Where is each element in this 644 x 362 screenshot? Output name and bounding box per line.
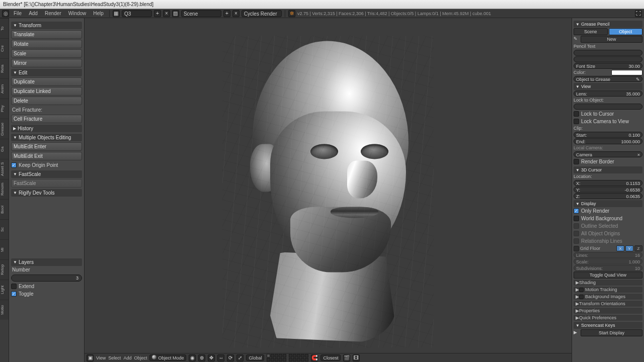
pivot-icon[interactable]: ⊕ bbox=[198, 354, 205, 361]
layout-add-icon[interactable]: + bbox=[154, 10, 161, 17]
clip-start-field[interactable]: Start:0.100 bbox=[574, 132, 642, 138]
menu-help[interactable]: Help bbox=[91, 11, 106, 16]
lines-field[interactable]: Lines:16 bbox=[574, 252, 642, 258]
panel-view[interactable]: ▼View bbox=[574, 83, 642, 90]
engine-dropdown[interactable]: Cycles Render bbox=[242, 10, 282, 17]
orientation-dropdown[interactable]: Global bbox=[246, 354, 264, 361]
side-tab[interactable]: Grease bbox=[0, 119, 9, 139]
side-tab[interactable]: Bool bbox=[0, 199, 9, 219]
side-tab[interactable]: Anim bbox=[0, 78, 9, 99]
duplicate-linked-button[interactable]: Duplicate Linked bbox=[11, 87, 82, 96]
side-tab[interactable]: To bbox=[0, 18, 9, 38]
gp-scene-button[interactable]: Scene bbox=[574, 28, 608, 35]
snap-dropdown[interactable]: Closest bbox=[320, 354, 341, 361]
panel-display[interactable]: ▼Display bbox=[574, 200, 642, 207]
panel-shading[interactable]: ▶ Shading bbox=[574, 280, 642, 286]
side-tab[interactable]: Mi bbox=[0, 239, 9, 259]
shading-icon[interactable]: ◉ bbox=[189, 354, 196, 361]
manipulator-translate-icon[interactable]: ↔ bbox=[217, 354, 224, 361]
panel-fastscale[interactable]: ▼FastScale bbox=[11, 170, 82, 178]
grid-scale-field[interactable]: Scale:1.000 bbox=[574, 258, 642, 264]
panel-rigify[interactable]: ▼Rigify Dev Tools bbox=[11, 189, 82, 197]
menu-add[interactable]: Add bbox=[26, 11, 40, 16]
manipulator-icon[interactable]: ✥ bbox=[208, 354, 215, 361]
layer-buttons[interactable] bbox=[267, 354, 308, 361]
side-tab[interactable]: Ga bbox=[0, 139, 9, 159]
mirror-button[interactable]: Mirror bbox=[11, 59, 82, 67]
render-anim-icon[interactable]: 🎞 bbox=[353, 354, 360, 361]
only-render-check[interactable]: Only Render bbox=[574, 207, 642, 215]
delete-button[interactable]: Delete bbox=[11, 97, 82, 105]
panel-3d-cursor[interactable]: ▼3D Cursor bbox=[574, 166, 642, 173]
layout-dropdown[interactable]: Q3 bbox=[122, 10, 152, 17]
scene-add-icon[interactable]: + bbox=[223, 10, 230, 17]
gp-object-button[interactable]: Object bbox=[609, 28, 643, 35]
outline-check[interactable]: Outline Selected bbox=[574, 222, 642, 230]
duplicate-button[interactable]: Duplicate bbox=[11, 77, 82, 86]
side-tab[interactable]: Renom bbox=[0, 179, 9, 199]
cursor-z[interactable]: Z:0.0635 bbox=[574, 193, 642, 199]
panel-properties[interactable]: ▶ Properties bbox=[574, 308, 642, 314]
panel-multiedit[interactable]: ▼Multiple Objects Editing bbox=[11, 134, 82, 141]
multiedit-exit-button[interactable]: MultiEdit Exit bbox=[11, 152, 82, 160]
keep-origin-checkbox[interactable]: Keep Origin Point bbox=[11, 161, 82, 169]
rel-lines-check[interactable]: Relationship Lines bbox=[574, 237, 642, 245]
layout-del-icon[interactable]: × bbox=[163, 10, 170, 17]
font-size-field[interactable]: Font Size30.00 bbox=[574, 63, 642, 69]
menu-render[interactable]: Render bbox=[42, 11, 64, 16]
object-to-grease[interactable]: Object to Grease✎ bbox=[574, 76, 642, 82]
pencil-icon[interactable]: ✎ bbox=[574, 36, 580, 42]
cursor-y[interactable]: Y:-0.6538 bbox=[574, 187, 642, 193]
axis-z[interactable]: Z bbox=[634, 245, 642, 251]
menu-window[interactable]: Window bbox=[66, 11, 89, 16]
editor-type-icon[interactable]: ▣ bbox=[87, 354, 94, 361]
vb-object[interactable]: Object bbox=[134, 355, 147, 360]
layers-number-field[interactable]: 3 bbox=[11, 275, 82, 282]
world-bg-check[interactable]: World Background bbox=[574, 215, 642, 222]
side-tab[interactable]: Cre bbox=[0, 38, 9, 58]
blender-icon[interactable]: ✲ bbox=[288, 10, 295, 17]
side-tab[interactable]: Light bbox=[0, 280, 9, 300]
fastscale-button[interactable]: FastScale bbox=[11, 179, 82, 188]
panel-edit[interactable]: ▼Edit bbox=[11, 69, 82, 76]
snap-toggle-icon[interactable]: 🧲 bbox=[311, 354, 318, 361]
manipulator-rotate-icon[interactable]: ⟳ bbox=[227, 354, 234, 361]
lock-camera-check[interactable]: Lock Camera to View bbox=[574, 118, 642, 125]
color-swatch[interactable] bbox=[611, 70, 642, 75]
panel-layers[interactable]: ▼Layers bbox=[11, 258, 82, 266]
panel-bg-images[interactable]: ▶ Background Images bbox=[574, 294, 642, 300]
extend-checkbox[interactable]: Extend bbox=[11, 283, 82, 290]
gp-new-button[interactable]: New bbox=[581, 36, 642, 43]
cursor-x[interactable]: X:0.1153 bbox=[574, 180, 642, 186]
toggle-quad-button[interactable]: Toggle Quad View bbox=[574, 272, 642, 279]
vb-select[interactable]: Select bbox=[108, 355, 121, 360]
fullscreen-icon[interactable]: ⛶ bbox=[635, 10, 642, 17]
3d-viewport[interactable]: ▣ View Select Add Object Object Mode ◉ ⊕… bbox=[85, 18, 572, 362]
clip-end-field[interactable]: End:1000.000 bbox=[574, 138, 642, 144]
side-tab[interactable]: Sc bbox=[0, 219, 9, 239]
panel-quick-prefs[interactable]: ▶ Quick Preferences bbox=[574, 315, 642, 321]
manipulator-scale-icon[interactable]: ⤢ bbox=[236, 354, 244, 361]
panel-screencast[interactable]: ▼Screencast Keys bbox=[574, 322, 642, 329]
axis-y[interactable]: Y bbox=[625, 245, 633, 251]
lock-cursor-check[interactable]: Lock to Cursor bbox=[574, 110, 642, 118]
side-tab[interactable]: Phy bbox=[0, 99, 9, 119]
vb-view[interactable]: View bbox=[96, 355, 106, 360]
toggle-checkbox[interactable]: Toggle bbox=[11, 290, 82, 298]
side-tab[interactable]: Asset S bbox=[0, 159, 9, 179]
mode-dropdown[interactable]: Object Mode bbox=[149, 354, 186, 361]
side-tab[interactable]: Retop bbox=[0, 259, 9, 280]
vb-add[interactable]: Add bbox=[123, 355, 131, 360]
axis-x[interactable]: X bbox=[616, 245, 624, 251]
side-tab[interactable]: Rela bbox=[0, 58, 9, 78]
lock-object-field[interactable] bbox=[574, 104, 642, 110]
subdiv-field[interactable]: Subdivisions:10 bbox=[574, 265, 642, 271]
rotate-button[interactable]: Rotate bbox=[11, 40, 82, 48]
scene-dropdown[interactable]: Scene bbox=[181, 10, 221, 17]
play-icon[interactable]: ▶ bbox=[574, 330, 580, 336]
render-border-check[interactable]: Render Border bbox=[574, 158, 642, 165]
grid-check[interactable] bbox=[574, 246, 579, 251]
panel-grease-pencil[interactable]: ▼Grease Pencil bbox=[574, 21, 642, 28]
render-preview-icon[interactable]: 🎬 bbox=[343, 354, 350, 361]
blender-logo-icon[interactable]: ◎ bbox=[2, 10, 9, 17]
